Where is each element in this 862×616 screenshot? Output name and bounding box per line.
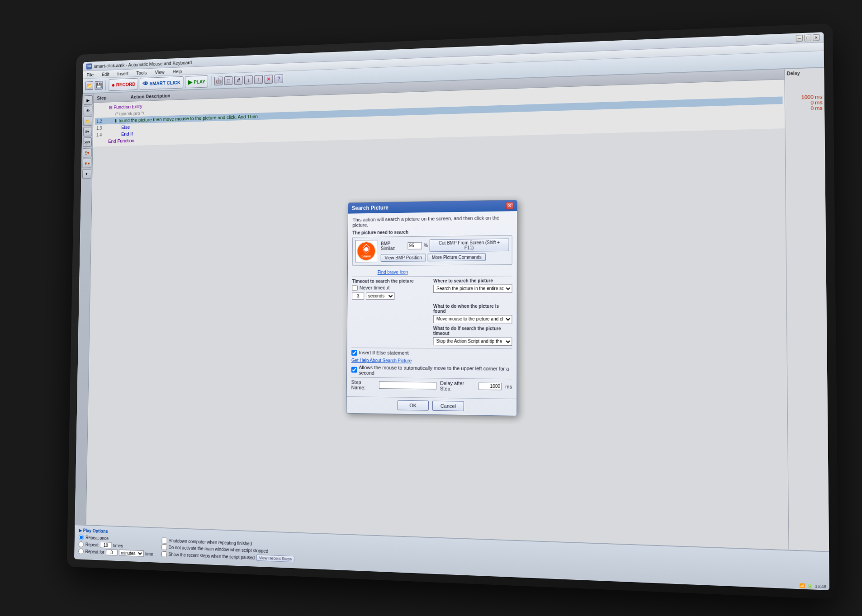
cancel-button[interactable]: Cancel (432, 400, 464, 411)
timeout-value-input[interactable] (352, 292, 364, 299)
menu-insert[interactable]: Insert (116, 70, 130, 76)
found-action-select[interactable]: Move mouse to the picture and click Move… (433, 315, 512, 323)
found-col: What to do when the picture is found Mov… (433, 303, 512, 323)
menu-view[interactable]: View (154, 69, 166, 75)
never-timeout-label: Never timeout (360, 285, 390, 290)
step-name-row: Step Name: Delay after Step: ms (351, 379, 512, 391)
two-col-section: Timeout to search the picture Never time… (352, 277, 512, 301)
smart-click-button[interactable]: 👁 SMART CLICK (140, 76, 184, 89)
timeout-unit-select[interactable]: seconds milliseconds minutes (366, 292, 394, 299)
record-button[interactable]: ● RECORD (109, 78, 138, 91)
repeat-radio[interactable] (78, 541, 84, 547)
timeout-col-label: Timeout to search the picture (352, 278, 429, 283)
cut-bmp-button[interactable]: Cut BMP From Screen (Shift + F11) (430, 238, 509, 252)
tool-icon-help[interactable]: ? (275, 74, 283, 83)
svg-text:brave: brave (361, 254, 371, 258)
menu-tools[interactable]: Tools (135, 69, 148, 75)
picture-section: brave BMP Similar: % Cut BMP From Screen… (352, 235, 512, 266)
tool-icon-3[interactable]: # (234, 75, 243, 85)
insert-else-row: Insert If Else statement (351, 349, 512, 357)
brave-icon-svg: brave (356, 241, 376, 261)
dialog-description: This action will search a picture on the… (352, 214, 512, 227)
insert-else-label: Insert If Else statement (359, 350, 409, 356)
menu-file[interactable]: File (85, 71, 95, 78)
tool-icon-delete[interactable]: ✕ (265, 75, 273, 84)
tool-icon-up[interactable]: ↑ (254, 75, 263, 84)
play-options-left: Repeat once Repeat times Repeat for minu… (78, 534, 153, 557)
dialog-overlay: Search Picture ✕ This action will search… (75, 68, 829, 551)
timeout-action-col: What to do if search the picture timeout… (433, 325, 512, 345)
shutdown-checkbox[interactable] (161, 537, 167, 543)
system-time: 15:46 (815, 583, 826, 589)
button-row: View BMP Position More Picture Commands (381, 253, 509, 261)
maximize-button[interactable]: □ (804, 34, 811, 41)
monitor: ⌨ smart-click.amk - Automatic Mouse and … (67, 23, 839, 599)
bmp-similar-input[interactable] (408, 242, 422, 249)
repeat-once-radio[interactable] (79, 534, 84, 540)
system-tray: 📶 🔋 15:46 (800, 583, 826, 589)
tool-icon-1[interactable]: 🤖 (214, 76, 223, 85)
step-name-input[interactable] (379, 381, 436, 389)
timeout-action-section: What to do if search the picture timeout… (351, 325, 512, 346)
repeat-for-input[interactable] (106, 549, 118, 555)
picture-controls: BMP Similar: % Cut BMP From Screen (Shif… (381, 238, 509, 262)
search-picture-dialog: Search Picture ✕ This action will search… (346, 199, 517, 416)
found-spacer (352, 303, 429, 323)
times-label: times (113, 543, 123, 548)
insert-else-checkbox[interactable] (351, 349, 357, 355)
no-activate-checkbox[interactable] (161, 544, 167, 550)
found-action-section: What to do when the picture is found Mov… (352, 303, 512, 323)
dialog-close-button[interactable]: ✕ (506, 202, 513, 209)
open-icon[interactable]: 📂 (85, 81, 93, 90)
repeat-once-label: Repeat once (85, 535, 109, 541)
timeout-action-select[interactable]: Stop the Action Script and tip the user … (433, 337, 512, 345)
timeout-action-spacer (351, 325, 429, 345)
percent-label: % (424, 243, 428, 248)
view-recent-button[interactable]: View Recent Steps (256, 554, 294, 562)
minimize-button[interactable]: ─ (796, 34, 803, 41)
never-timeout-checkbox[interactable] (352, 285, 358, 291)
close-button[interactable]: ✕ (813, 34, 820, 41)
tool-icon-2[interactable]: □ (224, 76, 233, 85)
delay-after-input[interactable] (479, 382, 502, 390)
timeout-col: Timeout to search the picture Never time… (352, 278, 429, 301)
separator-1 (105, 80, 106, 90)
tool-icon-down[interactable]: ↓ (244, 75, 253, 84)
ms-label: ms (505, 383, 512, 389)
bmp-similar-label: BMP Similar: (381, 240, 406, 250)
step-name-label: Step Name: (351, 379, 375, 390)
play-options-right: Shutdown computer when repeating finishe… (161, 537, 294, 563)
show-recent-checkbox[interactable] (161, 551, 167, 557)
repeat-count-input[interactable] (100, 541, 111, 548)
dialog-body: This action will search a picture on the… (347, 211, 517, 398)
view-bmp-button[interactable]: View BMP Position (381, 253, 426, 261)
battery-icon: 🔋 (807, 583, 813, 588)
repeat-unit-select[interactable]: minutes hours seconds (119, 549, 144, 556)
auto-move-checkbox[interactable] (351, 367, 357, 372)
save-icon[interactable]: 💾 (95, 81, 103, 89)
picture-section-label: The picture need to search (352, 228, 512, 235)
wifi-icon: 📶 (800, 583, 805, 588)
divider-3 (351, 376, 512, 379)
find-brave-link[interactable]: Find brave Icon (378, 269, 408, 274)
dialog-title: Search Picture (352, 204, 388, 211)
repeat-for-radio[interactable] (78, 548, 84, 554)
similar-row: BMP Similar: % Cut BMP From Screen (Shif… (381, 238, 509, 252)
get-help-link[interactable]: Get Help About Search Picture (351, 357, 412, 363)
auto-move-label: Allows the mouse to automatically move t… (359, 364, 512, 376)
more-picture-button[interactable]: More Picture Commands (428, 253, 486, 261)
menu-edit[interactable]: Edit (100, 71, 110, 77)
timeout-value-row: seconds milliseconds minutes (352, 292, 429, 299)
repeat-label: Repeat (85, 542, 99, 547)
divider-1 (352, 275, 512, 277)
where-col-label: Where to search the picture (433, 277, 512, 283)
found-col-label: What to do when the picture is found (433, 303, 512, 313)
screen: ⌨ smart-click.amk - Automatic Mouse and … (74, 32, 829, 590)
where-select[interactable]: Search the picture in the entire screen … (433, 284, 512, 292)
play-button[interactable]: ▶ PLAY (185, 75, 208, 88)
picture-thumbnail: brave (355, 240, 377, 262)
timeout-action-label: What to do if search the picture timeout (433, 325, 512, 336)
menu-help[interactable]: Help (171, 68, 183, 74)
where-col: Where to search the picture Search the p… (433, 277, 512, 301)
ok-button[interactable]: OK (398, 400, 429, 410)
